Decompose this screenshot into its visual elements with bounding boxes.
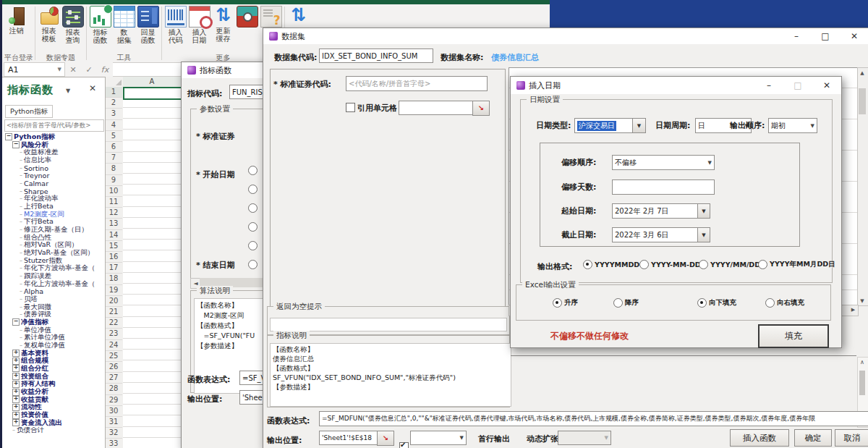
tree-item[interactable]: +组合分红 bbox=[5, 365, 104, 373]
tree-item[interactable]: −Python指标 bbox=[5, 133, 104, 141]
row-header[interactable]: 3 bbox=[105, 109, 122, 119]
row-header[interactable]: 16 bbox=[105, 252, 122, 263]
row-header[interactable]: 23 bbox=[105, 329, 122, 339]
chevron-down-icon[interactable]: ▼ bbox=[66, 88, 70, 94]
expand-icon[interactable]: + bbox=[12, 404, 20, 411]
tree-item[interactable]: –复权单位净值 bbox=[5, 342, 104, 350]
dataset-name-value[interactable]: 债券信息汇总 bbox=[491, 52, 539, 63]
tree-item[interactable]: –贝塔 bbox=[5, 295, 104, 303]
date-type-select[interactable]: 沪深交易日 bbox=[574, 118, 638, 133]
start-date-select[interactable]: 2022年 2月 7日 bbox=[612, 203, 703, 219]
name-box[interactable]: A1 ▼ bbox=[4, 62, 65, 77]
order-select[interactable]: 期初▼ bbox=[768, 118, 817, 133]
expand-icon[interactable]: + bbox=[12, 381, 20, 388]
tree-item[interactable]: –修正久期-基金（日） bbox=[5, 226, 104, 234]
scroll-up-arrow[interactable]: ∧ bbox=[858, 358, 867, 367]
expand-icon[interactable]: + bbox=[12, 419, 20, 426]
row-header[interactable]: 1 bbox=[105, 87, 122, 98]
maximize-icon[interactable]: □ bbox=[811, 28, 840, 44]
toolbar-button-report-template[interactable]: 报表 模板 bbox=[37, 4, 61, 43]
tree-item[interactable]: –年化上方波动率-基金（ bbox=[5, 280, 104, 288]
fill-button[interactable]: 填充 bbox=[758, 324, 829, 348]
output-position-input[interactable]: 'Sheet1'!$E$18 bbox=[319, 431, 380, 445]
ok-button[interactable]: 确定 bbox=[794, 429, 832, 447]
radio-option[interactable]: YYYY/MM/DD bbox=[699, 260, 758, 269]
minimize-icon[interactable]: – bbox=[754, 77, 783, 94]
tree-item[interactable]: –下行Beta bbox=[5, 218, 104, 226]
toolbar-button-camera[interactable] bbox=[235, 4, 259, 28]
close-icon[interactable]: ✕ bbox=[840, 28, 868, 44]
radio-icon[interactable] bbox=[699, 260, 708, 269]
row-header[interactable]: 15 bbox=[105, 241, 122, 252]
offset-order-select[interactable]: 不偏移▼ bbox=[612, 155, 715, 170]
radio-option[interactable]: YYYY-MM-DD bbox=[639, 260, 699, 269]
scrollbar-thumb[interactable] bbox=[859, 88, 866, 114]
radio-option[interactable]: 降序 bbox=[613, 298, 697, 308]
tree-item[interactable]: −净值指标 bbox=[5, 318, 104, 326]
row-header[interactable]: 29 bbox=[105, 395, 122, 406]
row-header[interactable]: 14 bbox=[105, 230, 122, 241]
start-date-radio[interactable] bbox=[248, 241, 258, 250]
cell-picker-icon[interactable]: ↘ bbox=[377, 431, 394, 446]
cell-picker-icon[interactable]: ↘ bbox=[472, 101, 490, 116]
cancel-button[interactable]: 取消 bbox=[835, 429, 868, 447]
toolbar-button-indicator-function[interactable]: 指标 函数 bbox=[88, 4, 112, 44]
expand-icon[interactable]: + bbox=[12, 389, 20, 396]
row-header[interactable]: 21 bbox=[105, 307, 122, 318]
tree-item[interactable]: –绝对VaR-基金（区间） bbox=[5, 249, 104, 257]
row-header[interactable]: 27 bbox=[105, 373, 122, 384]
tree-item[interactable]: –组合凸性 bbox=[5, 234, 104, 242]
tree-item[interactable]: –累计单位净值 bbox=[5, 334, 104, 342]
row-header[interactable]: 31 bbox=[105, 417, 122, 428]
row-header[interactable]: 33 bbox=[105, 439, 122, 448]
tree-item[interactable]: –M2测度-区间 bbox=[5, 211, 104, 219]
radio-option[interactable]: YYYY年MM月DD日 bbox=[758, 260, 838, 269]
cancel-icon[interactable]: ✕ bbox=[65, 65, 81, 75]
radio-icon[interactable] bbox=[639, 260, 649, 269]
toolbar-button-echo-function[interactable]: 回显 函数 bbox=[136, 4, 160, 44]
search-input[interactable]: <指标/拼音首字母/代码/参数> bbox=[4, 119, 104, 132]
tree-item[interactable]: –跟踪误差 bbox=[5, 272, 104, 280]
dialog-titlebar[interactable]: 插入日期 – □ ✕ bbox=[511, 77, 841, 94]
row-header[interactable]: 24 bbox=[105, 340, 122, 351]
collapse-icon[interactable]: − bbox=[12, 318, 20, 326]
toolbar-button-dataset[interactable]: 数 据集 bbox=[112, 4, 136, 44]
tree-item[interactable]: +流动性 bbox=[5, 404, 104, 412]
row-header[interactable]: 11 bbox=[105, 197, 122, 208]
row-header[interactable]: 5 bbox=[105, 131, 122, 142]
vertical-scrollbar[interactable]: ▲ ▼ bbox=[857, 67, 868, 306]
row-header[interactable]: 28 bbox=[105, 384, 122, 394]
radio-icon[interactable] bbox=[583, 260, 592, 269]
close-icon[interactable]: ✕ bbox=[89, 83, 96, 93]
row-header[interactable]: 9 bbox=[105, 175, 122, 186]
row-header[interactable]: 22 bbox=[105, 318, 122, 329]
row-header[interactable]: 2 bbox=[105, 98, 122, 109]
offset-days-input[interactable] bbox=[612, 179, 715, 195]
expand-icon[interactable]: + bbox=[12, 412, 20, 419]
cell-selection-a1[interactable] bbox=[123, 87, 182, 100]
row-header[interactable]: 25 bbox=[105, 351, 122, 362]
toolbar-button-logout[interactable]: 注销 bbox=[4, 4, 28, 35]
start-date-radio[interactable] bbox=[248, 260, 258, 269]
tree-item[interactable]: –年化下方波动率-基金（ bbox=[5, 264, 104, 272]
scroll-right-arrow[interactable]: ▶ bbox=[848, 305, 858, 314]
radio-icon[interactable] bbox=[553, 298, 562, 308]
grid-cells[interactable] bbox=[123, 87, 182, 448]
expand-icon[interactable]: + bbox=[12, 396, 20, 403]
start-date-radio[interactable] bbox=[248, 185, 258, 194]
tree-item[interactable]: –最大回撤 bbox=[5, 303, 104, 311]
radio-option[interactable]: 升序 bbox=[553, 298, 613, 308]
tree-item[interactable]: +组合规模 bbox=[5, 357, 104, 365]
toolbar-button-report-query[interactable]: 报表 查询 bbox=[61, 4, 85, 44]
dialog-titlebar[interactable]: 数据集 – □ ✕ bbox=[263, 28, 868, 44]
expand-icon[interactable]: + bbox=[12, 373, 20, 380]
tree-item[interactable]: –年化波动率 bbox=[5, 195, 104, 203]
tree-item[interactable]: –收益标准差 bbox=[5, 148, 104, 156]
minimize-icon[interactable]: – bbox=[782, 28, 811, 44]
row-header[interactable]: 32 bbox=[105, 428, 122, 439]
row-header[interactable]: 10 bbox=[105, 186, 122, 197]
end-date-select[interactable]: 2022年 3月 6日 bbox=[612, 227, 703, 242]
dataset-code-input[interactable]: IDX_SET_BOND_INFO_SUM bbox=[319, 48, 433, 63]
row-header[interactable]: 13 bbox=[105, 219, 122, 229]
tree-item[interactable]: +资金流入流出 bbox=[5, 419, 104, 427]
